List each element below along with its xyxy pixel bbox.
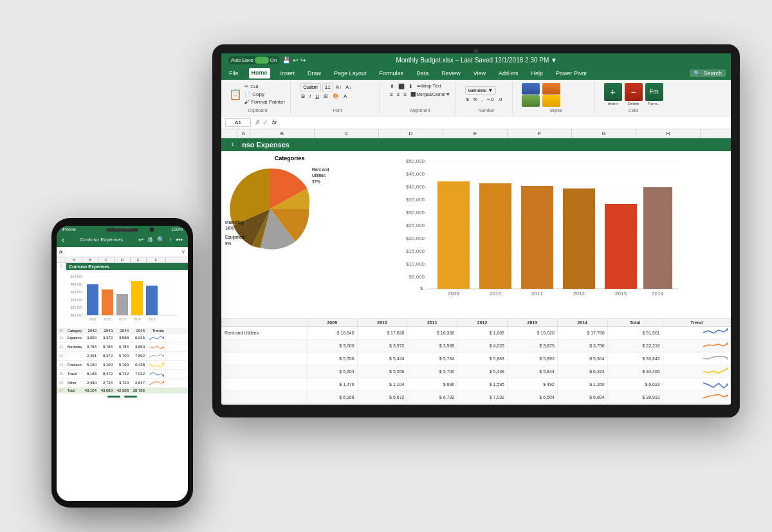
phone-c-25: 8,472: [98, 371, 115, 376]
svg-rect-47: [87, 284, 98, 315]
phone-e-25: 7,032: [131, 371, 147, 376]
cell-reference[interactable]: A1: [225, 118, 251, 127]
font-color-button[interactable]: A: [342, 93, 348, 100]
svg-text:2009: 2009: [448, 291, 459, 297]
phone-bottom-indicator: [57, 394, 188, 399]
ribbon-group-clipboard: 📋 ✂ Cut 📄 Copy 🖌 Format Painter Clipboar…: [225, 82, 291, 114]
table-row: $ 6,168 $ 6,672 $ 6,732 $ 7,032 $ 6,504 …: [222, 390, 731, 403]
cell-2012-6: $ 7,032: [457, 390, 508, 403]
tablet-screen: AutoSave On 💾 ↩ ↪ Monthly Budget.xlsx – …: [221, 53, 731, 405]
menu-home[interactable]: Home: [249, 68, 270, 78]
row-cat-2: [222, 339, 308, 352]
currency-btn[interactable]: $: [465, 96, 470, 103]
merge-center[interactable]: ⬛Merge&Center▼: [409, 91, 451, 98]
number-format[interactable]: General ▼: [465, 86, 497, 95]
percent-btn[interactable]: %: [472, 96, 479, 103]
menu-review[interactable]: Review: [439, 69, 463, 78]
svg-text:$50,000: $50,000: [406, 158, 425, 164]
phone-find-icon[interactable]: 🔍: [157, 236, 165, 243]
cell-trend-3: [663, 352, 730, 365]
svg-rect-50: [131, 281, 143, 315]
phone-c-23: 8,372: [98, 353, 115, 358]
phone-cat-24: Freelancers: [66, 362, 82, 367]
cell-2010-1: $ 17,628: [357, 326, 407, 339]
decimal-dec[interactable]: .0: [497, 96, 504, 103]
copy-button[interactable]: 📄 Copy: [243, 91, 286, 98]
cell-trend-4: [663, 365, 730, 378]
menu-page-layout[interactable]: Page Layout: [331, 69, 369, 78]
cell-total-6: $ 39,912: [607, 390, 663, 403]
menu-help[interactable]: Help: [529, 69, 546, 78]
menu-view[interactable]: View: [471, 69, 488, 78]
phone-col-f: F: [147, 257, 166, 262]
align-bottom[interactable]: ⬇: [407, 83, 414, 90]
menu-insert[interactable]: Insert: [278, 69, 298, 78]
underline-button[interactable]: U: [314, 93, 320, 100]
phone-num-23: 23: [57, 353, 66, 358]
decimal-inc[interactable]: +.0: [485, 96, 495, 103]
cut-button[interactable]: ✂ Cut: [243, 83, 286, 90]
svg-text:2013: 2013: [118, 317, 125, 321]
menu-formulas[interactable]: Formulas: [377, 69, 407, 78]
bold-button[interactable]: B: [300, 93, 306, 100]
menu-draw[interactable]: Draw: [305, 69, 324, 78]
comma-btn[interactable]: ,: [480, 96, 484, 103]
align-right[interactable]: ≡: [402, 91, 408, 98]
phone-c-26: 2,724: [98, 380, 115, 385]
phone-indicator-green2: [124, 396, 137, 398]
cell-2014-7: $ 2,568: [557, 403, 607, 405]
phone-fx-label: fx: [59, 250, 62, 254]
phone-share-icon[interactable]: ↑: [169, 236, 172, 243]
cell-2011-6: $ 6,732: [407, 390, 457, 403]
phone-expand-icon[interactable]: ∨: [181, 249, 185, 255]
align-middle[interactable]: ⬛: [397, 83, 406, 90]
phone-c-27: 43,080: [98, 388, 115, 393]
ribbon-controls: 📋 ✂ Cut 📄 Copy 🖌 Format Painter Clipboar…: [221, 80, 731, 116]
font-size[interactable]: 11: [322, 83, 333, 91]
cell-trend-2: [663, 339, 730, 352]
bar-2009: [437, 181, 470, 289]
border-button[interactable]: ⊞: [322, 93, 329, 100]
phone-b-24: 5,150: [82, 362, 98, 367]
svg-text:2014: 2014: [133, 317, 140, 321]
tablet-camera: [473, 49, 479, 54]
phone-col-d: D: [115, 257, 131, 262]
align-center[interactable]: ≡: [396, 91, 401, 98]
phone-more-icon[interactable]: •••: [176, 236, 183, 243]
bar-2013: [605, 204, 637, 289]
charts-area: Categories: [221, 151, 731, 318]
fill-color-button[interactable]: 🎨: [331, 93, 340, 100]
align-left[interactable]: ≡: [389, 91, 394, 98]
italic-button[interactable]: I: [308, 93, 312, 100]
ribbon-search[interactable]: 🔍 Search: [690, 69, 726, 77]
phone-num-26: 26: [57, 380, 66, 385]
format-painter-button[interactable]: 🖌 Format Painter: [243, 98, 286, 105]
ribbon-menu-bar[interactable]: File Home Insert Draw Page Layout Formul…: [221, 67, 731, 80]
number-label: Number: [479, 108, 495, 113]
font-grow[interactable]: A↑: [335, 84, 343, 91]
phone-screen: iPhone 2:30 PM 100% ‹ Contoso Expenses ↩…: [57, 226, 188, 501]
cell-2014-1: $ 17,760: [557, 326, 607, 339]
cell-total-1: $ 91,501: [607, 326, 663, 339]
bar-2014: [643, 187, 672, 289]
ribbon-group-number: General ▼ $ % , +.0 .0 Number: [461, 82, 513, 114]
svg-text:$25,000: $25,000: [406, 223, 425, 228]
autosave-toggle[interactable]: [255, 57, 269, 64]
row-cat-1: Rent and Utilities: [222, 326, 308, 339]
font-shrink[interactable]: A↓: [344, 84, 353, 91]
wrap-text[interactable]: ⬅Wrap Text: [416, 83, 442, 90]
align-top[interactable]: ⬆: [389, 83, 396, 90]
svg-text:$15,000: $15,000: [406, 248, 425, 254]
bar-chart-svg: $50,000 $45,000 $40,000 $35,000 $30,000 …: [360, 155, 727, 297]
menu-addins[interactable]: Add-ins: [496, 69, 521, 78]
phone-table-row-total: 27 Total 43,104 43,080 42,588 28,795: [57, 388, 188, 394]
menu-data[interactable]: Data: [414, 69, 431, 78]
phone-search-icon[interactable]: ⚙: [147, 236, 153, 243]
menu-power-pivot[interactable]: Power Pivot: [553, 69, 589, 78]
menu-file[interactable]: File: [226, 69, 241, 78]
phone-data-rows: 20 Category 2042 2043 2044 2045 Trends 2…: [57, 328, 188, 501]
cell-2013-5: $ 492: [508, 378, 558, 390]
phone-undo-icon[interactable]: ↩: [138, 236, 143, 243]
font-name[interactable]: Calibri: [300, 83, 321, 91]
phone-c-20: 2043: [98, 328, 115, 333]
